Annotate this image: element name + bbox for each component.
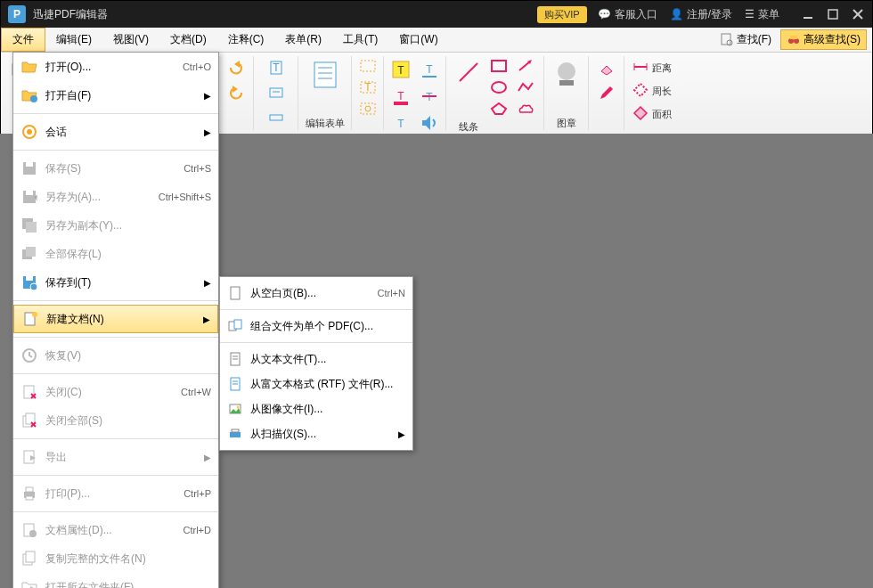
menu-window[interactable]: 窗口(W) bbox=[388, 28, 448, 52]
menu-doc-properties[interactable]: 文档属性(D)... Ctrl+D bbox=[13, 516, 218, 544]
distance-tool[interactable]: 距离 bbox=[630, 56, 681, 78]
area-tool[interactable]: 面积 bbox=[630, 102, 681, 124]
menu-print[interactable]: 打印(P)... Ctrl+P bbox=[13, 479, 218, 508]
save-all-label: 全部保存(L) bbox=[45, 247, 211, 262]
menu-save-as[interactable]: ✎ 另存为(A)... Ctrl+Shift+S bbox=[13, 183, 218, 211]
separator bbox=[13, 475, 218, 476]
cloud-tool[interactable] bbox=[513, 99, 538, 118]
pencil-tool[interactable] bbox=[594, 81, 619, 104]
submenu-from-image[interactable]: 从图像文件(I)... bbox=[220, 396, 412, 421]
perimeter-tool[interactable]: 周长 bbox=[630, 79, 681, 101]
save-copy-icon bbox=[20, 216, 38, 234]
export-label: 导出 bbox=[45, 450, 199, 465]
menu-save-to[interactable]: 保存到(T) ▶ bbox=[13, 268, 218, 297]
underline-tool[interactable]: T bbox=[416, 56, 443, 83]
app-logo: P bbox=[8, 5, 26, 23]
open-from-label: 打开自(F) bbox=[45, 88, 199, 103]
menu-document[interactable]: 文档(D) bbox=[159, 28, 217, 52]
field-tool-3[interactable] bbox=[355, 99, 380, 118]
highlight-tool[interactable]: T bbox=[388, 56, 414, 83]
svg-text:T: T bbox=[273, 61, 280, 74]
submenu-arrow-icon: ▶ bbox=[204, 278, 211, 288]
text-field-tool[interactable] bbox=[264, 106, 289, 129]
svg-text:T: T bbox=[397, 64, 404, 77]
submenu-from-text[interactable]: 从文本文件(T)... bbox=[220, 347, 412, 372]
menu-save-all[interactable]: 全部保存(L) bbox=[13, 240, 218, 268]
speaker-icon bbox=[419, 112, 440, 134]
polyline-tool[interactable] bbox=[513, 78, 538, 97]
menu-close[interactable]: 关闭(C) Ctrl+W bbox=[13, 378, 218, 406]
hamburger-menu[interactable]: ☰ 菜单 bbox=[745, 7, 779, 22]
text-color-icon: T bbox=[390, 86, 412, 107]
close-button[interactable] bbox=[851, 7, 865, 21]
svg-rect-27 bbox=[270, 88, 282, 97]
menu-open[interactable]: 打开(O)... Ctrl+O bbox=[13, 53, 218, 81]
svg-line-53 bbox=[519, 61, 530, 70]
submenu-from-blank[interactable]: 从空白页(B)... Ctrl+N bbox=[220, 281, 412, 306]
text-tool-3[interactable]: T bbox=[388, 110, 414, 135]
menu-file[interactable]: 文件 bbox=[1, 28, 45, 52]
polygon-tool[interactable] bbox=[486, 99, 511, 118]
submenu-from-scanner[interactable]: 从扫描仪(S)... ▶ bbox=[220, 421, 412, 446]
combine-label: 组合文件为单个 PDF(C)... bbox=[250, 319, 405, 334]
field-tool-2[interactable]: T bbox=[355, 78, 380, 97]
menu-edit[interactable]: 编辑(E) bbox=[45, 28, 102, 52]
folder-globe-icon bbox=[20, 86, 38, 104]
rect-tool[interactable] bbox=[486, 56, 511, 76]
menu-comment[interactable]: 注释(C) bbox=[217, 28, 275, 52]
menu-save[interactable]: 保存(S) Ctrl+S bbox=[13, 154, 218, 183]
svg-point-113 bbox=[237, 406, 240, 409]
menu-tool[interactable]: 工具(T) bbox=[332, 28, 388, 52]
menu-copy-filename[interactable]: 复制完整的文件名(N) bbox=[13, 544, 218, 573]
menu-export[interactable]: 导出 ▶ bbox=[13, 443, 218, 471]
text-box-tool[interactable] bbox=[264, 81, 289, 104]
line-tool[interactable] bbox=[453, 56, 485, 118]
menu-form[interactable]: 表单(R) bbox=[274, 28, 332, 52]
stamp-button[interactable] bbox=[548, 56, 585, 94]
scanner-icon bbox=[227, 426, 243, 442]
text-select-tool[interactable]: T bbox=[264, 56, 289, 79]
text-color-tool[interactable]: T bbox=[388, 83, 414, 110]
redo-button[interactable] bbox=[224, 81, 249, 104]
menu-open-folder[interactable]: 打开所在文件夹(F)... bbox=[13, 573, 218, 588]
login-button[interactable]: 👤 注册/登录 bbox=[670, 7, 732, 22]
close-shortcut: Ctrl+W bbox=[181, 387, 211, 397]
svg-marker-48 bbox=[422, 116, 430, 130]
strikethrough-tool[interactable]: T bbox=[416, 83, 443, 110]
advanced-find-button[interactable]: 高级查找(S) bbox=[780, 29, 867, 50]
svg-rect-95 bbox=[26, 496, 33, 500]
menu-open-from[interactable]: 打开自(F) ▶ bbox=[13, 81, 218, 110]
menu-new-document[interactable]: 新建文档(N) ▶ bbox=[13, 305, 218, 333]
maximize-button[interactable] bbox=[826, 7, 840, 21]
open-shortcut: Ctrl+O bbox=[183, 61, 211, 72]
close-label: 关闭(C) bbox=[45, 385, 181, 400]
menu-restore[interactable]: 恢复(V) bbox=[13, 341, 218, 370]
minimize-button[interactable] bbox=[801, 7, 815, 21]
submenu-arrow-icon: ▶ bbox=[204, 453, 211, 462]
sound-tool[interactable] bbox=[416, 110, 443, 135]
support-button[interactable]: 💬 客服入口 bbox=[598, 7, 657, 22]
menu-session[interactable]: 会话 ▶ bbox=[13, 118, 218, 146]
find-label: 查找(F) bbox=[737, 32, 771, 47]
submenu-combine[interactable]: 组合文件为单个 PDF(C)... bbox=[220, 314, 412, 339]
arrow-tool[interactable] bbox=[513, 56, 538, 76]
menu-view[interactable]: 视图(V) bbox=[102, 28, 159, 52]
buy-vip-button[interactable]: 购买VIP bbox=[537, 6, 587, 23]
distance-icon bbox=[632, 59, 649, 75]
save-to-label: 保存到(T) bbox=[45, 275, 199, 290]
edit-form-button[interactable] bbox=[306, 56, 344, 94]
find-button[interactable]: 查找(F) bbox=[714, 30, 777, 49]
menu-close-all[interactable]: 关闭全部(S) bbox=[13, 406, 218, 435]
eraser-tool[interactable] bbox=[594, 56, 619, 79]
menu-save-copy[interactable]: 另存为副本(Y)... bbox=[13, 211, 218, 240]
polygon-icon bbox=[490, 102, 508, 116]
svg-marker-52 bbox=[492, 103, 506, 114]
field-tool-1[interactable] bbox=[355, 56, 380, 76]
undo-button[interactable] bbox=[224, 56, 249, 79]
copy-filename-label: 复制完整的文件名(N) bbox=[45, 551, 211, 567]
open-folder-label: 打开所在文件夹(F)... bbox=[45, 580, 211, 589]
svg-rect-50 bbox=[492, 61, 506, 71]
submenu-from-rtf[interactable]: 从富文本格式 (RTF) 文件(R)... bbox=[220, 372, 412, 396]
svg-rect-77 bbox=[26, 247, 36, 257]
ellipse-tool[interactable] bbox=[486, 78, 511, 97]
